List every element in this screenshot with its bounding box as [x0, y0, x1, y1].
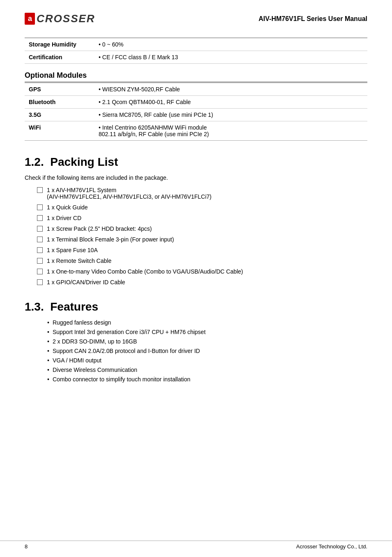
- company-name: Acrosser Technology Co., Ltd.: [296, 543, 367, 550]
- spec-value: • CE / FCC class B / E Mark 13: [95, 51, 367, 64]
- top-specs-table: Storage Humidity • 0 ~ 60% Certification…: [25, 38, 367, 64]
- list-item: •Support Intel 3rd generation Core i3/i7…: [47, 329, 367, 335]
- packing-list: 1 x AIV-HM76V1FL System(AIV-HM76V1FLCE1,…: [37, 187, 367, 285]
- list-item-text: 1 x Remote Switch Cable: [47, 258, 111, 264]
- list-item: •VGA / HDMI output: [47, 357, 367, 364]
- checkbox-icon: [37, 279, 43, 285]
- table-row: Storage Humidity • 0 ~ 60%: [25, 38, 367, 51]
- features-section-number: 1.3.: [25, 300, 44, 313]
- list-item: 1 x AIV-HM76V1FL System(AIV-HM76V1FLCE1,…: [37, 187, 367, 200]
- list-item-text: 1 x AIV-HM76V1FL System(AIV-HM76V1FLCE1,…: [47, 187, 212, 200]
- module-value: • WIESON ZYM-5020,RF Cable: [95, 83, 367, 96]
- list-item: 1 x GPIO/CAN/Driver ID Cable: [37, 279, 367, 285]
- list-item-text: 1 x Driver CD: [47, 215, 81, 221]
- list-item-text: 1 x Spare Fuse 10A: [47, 247, 98, 253]
- optional-modules-heading: Optional Modules: [25, 71, 367, 83]
- list-item: •2 x DDR3 SO-DIMM, up to 16GB: [47, 338, 367, 345]
- list-item: •Support CAN 2.0A/2.0B protocol and I-Bu…: [47, 348, 367, 354]
- features-section-heading: Features: [50, 300, 98, 313]
- feature-text: Rugged fanless design: [53, 319, 111, 326]
- table-row: Bluetooth• 2.1 Qcom QBTM400-01, RF Cable: [25, 96, 367, 109]
- list-item-text: 1 x Quick Guide: [47, 204, 88, 211]
- features-list: •Rugged fanless design•Support Intel 3rd…: [47, 319, 367, 383]
- logo-letter: a: [28, 14, 32, 23]
- checkbox-icon: [37, 269, 43, 274]
- checkbox-icon: [37, 237, 43, 242]
- table-row: WiFi• Intel Centrino 6205ANHMW WiFi modu…: [25, 121, 367, 141]
- checkbox-icon: [37, 215, 43, 221]
- packing-section-number: 1.2.: [25, 155, 44, 168]
- logo: a CROSSER: [25, 12, 95, 25]
- checkbox-icon: [37, 258, 43, 264]
- list-item: 1 x Terminal Block Female 3-pin (For pow…: [37, 236, 367, 243]
- list-item-text: 1 x GPIO/CAN/Driver ID Cable: [47, 279, 125, 285]
- spec-value: • 0 ~ 60%: [95, 38, 367, 51]
- checkbox-icon: [37, 204, 43, 210]
- list-item: •Diverse Wireless Communication: [47, 367, 367, 373]
- features-section-title: 1.3. Features: [25, 300, 367, 313]
- list-item: 1 x Remote Switch Cable: [37, 258, 367, 264]
- page-number: 8: [25, 543, 28, 550]
- manual-title: AIV-HM76V1FL Series User Manual: [258, 15, 367, 23]
- optional-modules-table: GPS• WIESON ZYM-5020,RF CableBluetooth• …: [25, 83, 367, 141]
- bullet-icon: •: [47, 338, 49, 345]
- module-value: • 2.1 Qcom QBTM400-01, RF Cable: [95, 96, 367, 109]
- table-row: GPS• WIESON ZYM-5020,RF Cable: [25, 83, 367, 96]
- module-label: WiFi: [25, 121, 95, 141]
- checkbox-icon: [37, 226, 43, 232]
- spec-label: Storage Humidity: [25, 38, 95, 51]
- feature-text: Diverse Wireless Communication: [53, 367, 137, 373]
- packing-section-title: 1.2. Packing List: [25, 155, 367, 169]
- checkbox-icon: [37, 247, 43, 253]
- footer: 8 Acrosser Technology Co., Ltd.: [0, 541, 392, 550]
- packing-intro: Check if the following items are include…: [25, 174, 367, 181]
- list-item-text: 1 x Screw Pack (2.5" HDD bracket: 4pcs): [47, 225, 152, 232]
- spec-label: Certification: [25, 51, 95, 64]
- module-value: • Sierra MC8705, RF cable (use mini PCIe…: [95, 109, 367, 121]
- module-label: 3.5G: [25, 109, 95, 121]
- list-item: •Combo connector to simplify touch monit…: [47, 376, 367, 383]
- logo-icon: a: [25, 13, 35, 25]
- checkbox-icon: [37, 187, 43, 193]
- feature-text: Support Intel 3rd generation Core i3/i7 …: [53, 329, 205, 335]
- bullet-icon: •: [47, 319, 49, 326]
- list-item-text: 1 x One-to-many Video Combo Cable (Combo…: [47, 268, 243, 275]
- list-item: 1 x Quick Guide: [37, 204, 367, 211]
- feature-text: VGA / HDMI output: [53, 357, 101, 364]
- module-label: Bluetooth: [25, 96, 95, 109]
- list-item: 1 x Driver CD: [37, 215, 367, 221]
- bullet-icon: •: [47, 348, 49, 354]
- list-item-text: 1 x Terminal Block Female 3-pin (For pow…: [47, 236, 174, 243]
- list-item: •Rugged fanless design: [47, 319, 367, 326]
- feature-text: 2 x DDR3 SO-DIMM, up to 16GB: [53, 338, 137, 345]
- list-item: 1 x Screw Pack (2.5" HDD bracket: 4pcs): [37, 225, 367, 232]
- header: a CROSSER AIV-HM76V1FL Series User Manua…: [25, 12, 367, 29]
- feature-text: Combo connector to simplify touch monito…: [53, 376, 190, 383]
- feature-text: Support CAN 2.0A/2.0B protocol and I-But…: [53, 348, 200, 354]
- bullet-icon: •: [47, 367, 49, 373]
- table-row: 3.5G• Sierra MC8705, RF cable (use mini …: [25, 109, 367, 121]
- table-row: Certification • CE / FCC class B / E Mar…: [25, 51, 367, 64]
- bullet-icon: •: [47, 376, 49, 383]
- logo-brand: CROSSER: [37, 12, 95, 25]
- bullet-icon: •: [47, 329, 49, 335]
- bullet-icon: •: [47, 357, 49, 364]
- module-value: • Intel Centrino 6205ANHMW WiFi module80…: [95, 121, 367, 141]
- page: a CROSSER AIV-HM76V1FL Series User Manua…: [0, 0, 392, 557]
- list-item: 1 x Spare Fuse 10A: [37, 247, 367, 253]
- packing-section-heading: Packing List: [50, 155, 118, 168]
- module-label: GPS: [25, 83, 95, 96]
- list-item: 1 x One-to-many Video Combo Cable (Combo…: [37, 268, 367, 275]
